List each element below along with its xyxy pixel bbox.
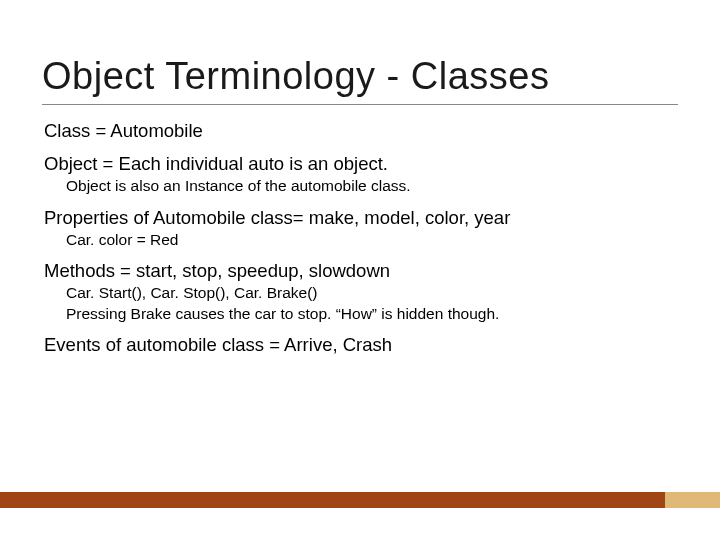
text-properties-sub: Car. color = Red [66,230,678,249]
text-class: Class = Automobile [44,119,678,142]
text-events: Events of automobile class = Arrive, Cra… [44,333,678,356]
slide-title: Object Terminology - Classes [42,55,678,105]
text-object: Object = Each individual auto is an obje… [44,152,678,175]
text-methods-sub2: Pressing Brake causes the car to stop. “… [66,304,678,323]
slide: Object Terminology - Classes Class = Aut… [0,0,720,540]
footer-bar-light [665,492,720,508]
text-methods: Methods = start, stop, speedup, slowdown [44,259,678,282]
footer-bar [0,492,720,508]
slide-content: Class = Automobile Object = Each individ… [42,119,678,356]
footer-bar-dark [0,492,720,508]
text-methods-sub1: Car. Start(), Car. Stop(), Car. Brake() [66,283,678,302]
text-properties: Properties of Automobile class= make, mo… [44,206,678,229]
text-object-sub: Object is also an Instance of the automo… [66,176,678,195]
